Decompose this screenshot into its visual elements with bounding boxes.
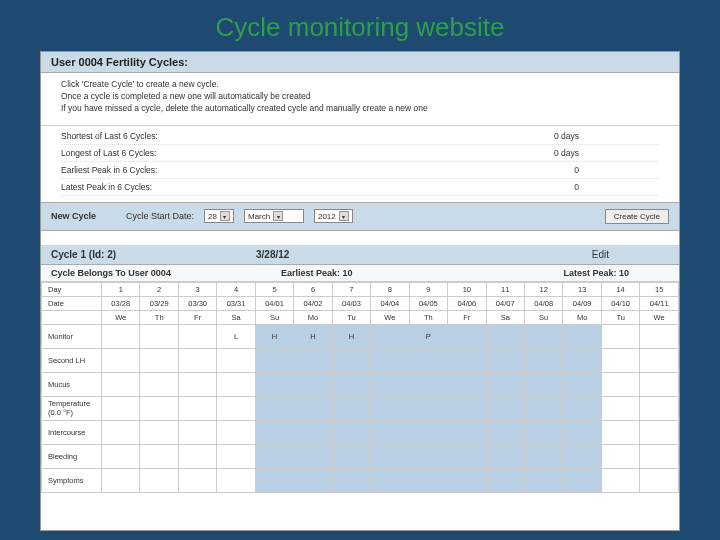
- table-cell[interactable]: [332, 468, 370, 492]
- table-cell[interactable]: [102, 396, 140, 420]
- table-cell[interactable]: Tu: [601, 310, 639, 324]
- table-cell[interactable]: [255, 468, 293, 492]
- table-cell[interactable]: [217, 372, 255, 396]
- table-cell[interactable]: [524, 324, 562, 348]
- table-cell[interactable]: [409, 372, 447, 396]
- table-cell[interactable]: [563, 468, 601, 492]
- table-cell[interactable]: [178, 372, 216, 396]
- table-cell[interactable]: [601, 468, 639, 492]
- table-cell[interactable]: 10: [448, 282, 486, 296]
- table-cell[interactable]: [178, 396, 216, 420]
- table-cell[interactable]: 12: [524, 282, 562, 296]
- table-cell[interactable]: [448, 396, 486, 420]
- table-cell[interactable]: [640, 348, 679, 372]
- table-cell[interactable]: [102, 348, 140, 372]
- table-cell[interactable]: [140, 396, 178, 420]
- table-cell[interactable]: [140, 324, 178, 348]
- table-cell[interactable]: [217, 420, 255, 444]
- table-cell[interactable]: [640, 420, 679, 444]
- table-cell[interactable]: [294, 444, 332, 468]
- table-cell[interactable]: [140, 444, 178, 468]
- edit-link[interactable]: Edit: [592, 249, 669, 260]
- table-cell[interactable]: P: [409, 324, 447, 348]
- table-cell[interactable]: Su: [255, 310, 293, 324]
- table-cell[interactable]: 04/01: [255, 296, 293, 310]
- table-cell[interactable]: [640, 396, 679, 420]
- table-cell[interactable]: 04/05: [409, 296, 447, 310]
- table-cell[interactable]: 03/31: [217, 296, 255, 310]
- table-cell[interactable]: [563, 372, 601, 396]
- table-cell[interactable]: 04/04: [371, 296, 409, 310]
- table-cell[interactable]: [486, 444, 524, 468]
- table-cell[interactable]: [640, 468, 679, 492]
- table-cell[interactable]: [140, 468, 178, 492]
- table-cell[interactable]: H: [294, 324, 332, 348]
- table-cell[interactable]: [332, 396, 370, 420]
- table-cell[interactable]: [640, 444, 679, 468]
- table-cell[interactable]: 9: [409, 282, 447, 296]
- table-cell[interactable]: [563, 348, 601, 372]
- table-cell[interactable]: [102, 324, 140, 348]
- table-cell[interactable]: [371, 396, 409, 420]
- table-cell[interactable]: [601, 372, 639, 396]
- table-cell[interactable]: [524, 420, 562, 444]
- table-cell[interactable]: Fr: [448, 310, 486, 324]
- table-cell[interactable]: [409, 468, 447, 492]
- year-select[interactable]: 2012 ▾: [314, 209, 353, 223]
- table-cell[interactable]: [102, 420, 140, 444]
- table-cell[interactable]: [448, 468, 486, 492]
- table-cell[interactable]: 5: [255, 282, 293, 296]
- day-select[interactable]: 28 ▾: [204, 209, 234, 223]
- table-cell[interactable]: Sa: [486, 310, 524, 324]
- table-cell[interactable]: Mo: [294, 310, 332, 324]
- table-cell[interactable]: [371, 420, 409, 444]
- table-cell[interactable]: [448, 444, 486, 468]
- table-cell[interactable]: [448, 348, 486, 372]
- table-cell[interactable]: [102, 468, 140, 492]
- table-cell[interactable]: H: [332, 324, 370, 348]
- table-cell[interactable]: [178, 348, 216, 372]
- table-cell[interactable]: [371, 444, 409, 468]
- table-cell[interactable]: [448, 324, 486, 348]
- table-cell[interactable]: [332, 372, 370, 396]
- table-cell[interactable]: 04/09: [563, 296, 601, 310]
- table-cell[interactable]: [524, 444, 562, 468]
- table-cell[interactable]: [178, 468, 216, 492]
- table-cell[interactable]: 4: [217, 282, 255, 296]
- table-cell[interactable]: [371, 468, 409, 492]
- table-cell[interactable]: [524, 396, 562, 420]
- table-cell[interactable]: [102, 372, 140, 396]
- table-cell[interactable]: [217, 468, 255, 492]
- table-cell[interactable]: Th: [140, 310, 178, 324]
- table-cell[interactable]: [294, 348, 332, 372]
- table-cell[interactable]: 03/29: [140, 296, 178, 310]
- table-cell[interactable]: 04/08: [524, 296, 562, 310]
- table-cell[interactable]: [332, 348, 370, 372]
- table-cell[interactable]: Th: [409, 310, 447, 324]
- table-cell[interactable]: [486, 372, 524, 396]
- table-cell[interactable]: [486, 396, 524, 420]
- table-cell[interactable]: [409, 420, 447, 444]
- table-cell[interactable]: We: [102, 310, 140, 324]
- table-cell[interactable]: [486, 420, 524, 444]
- table-cell[interactable]: [294, 468, 332, 492]
- table-cell[interactable]: 04/02: [294, 296, 332, 310]
- table-cell[interactable]: [178, 324, 216, 348]
- create-cycle-button[interactable]: Create Cycle: [605, 209, 669, 224]
- table-cell[interactable]: Sa: [217, 310, 255, 324]
- table-cell[interactable]: [563, 396, 601, 420]
- table-cell[interactable]: 15: [640, 282, 679, 296]
- table-cell[interactable]: 11: [486, 282, 524, 296]
- table-cell[interactable]: [255, 348, 293, 372]
- month-select[interactable]: March ▾: [244, 209, 304, 223]
- table-cell[interactable]: [563, 444, 601, 468]
- table-cell[interactable]: 2: [140, 282, 178, 296]
- table-cell[interactable]: [332, 444, 370, 468]
- table-cell[interactable]: [524, 348, 562, 372]
- table-cell[interactable]: 03/30: [178, 296, 216, 310]
- table-cell[interactable]: [255, 420, 293, 444]
- table-cell[interactable]: Mo: [563, 310, 601, 324]
- table-cell[interactable]: [371, 348, 409, 372]
- table-cell[interactable]: [409, 444, 447, 468]
- table-cell[interactable]: [601, 444, 639, 468]
